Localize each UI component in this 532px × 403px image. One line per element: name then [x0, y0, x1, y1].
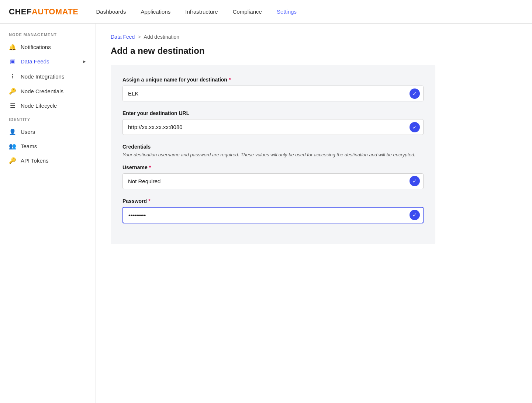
username-input[interactable]: [122, 173, 424, 189]
password-input[interactable]: [122, 207, 424, 223]
password-input-wrapper: ✓: [122, 207, 424, 223]
sidebar-item-node-integrations[interactable]: ⁝ Node Integrations: [0, 69, 96, 84]
username-required-star: *: [149, 164, 151, 170]
sidebar-item-data-feeds-label: Data Feeds: [21, 58, 49, 65]
name-check-badge: ✓: [410, 88, 420, 99]
url-field: Enter your destination URL ✓: [122, 110, 424, 135]
sidebar-item-data-feeds[interactable]: ▣ Data Feeds ►: [0, 54, 96, 69]
sidebar-item-node-credentials[interactable]: 🔑 Node Credentials: [0, 84, 96, 98]
nav-links: Dashboards Applications Infrastructure C…: [96, 8, 297, 15]
password-label: Password*: [122, 198, 424, 204]
logo-automate: AUTOMATE: [32, 7, 79, 17]
sidebar-item-notifications[interactable]: 🔔 Notifications: [0, 40, 96, 54]
username-label: Username*: [122, 164, 424, 170]
user-icon: 👤: [9, 128, 16, 135]
sidebar-item-node-credentials-label: Node Credentials: [21, 88, 63, 94]
name-required-star: *: [229, 77, 231, 83]
nav-settings[interactable]: Settings: [277, 8, 297, 15]
sidebar-section-identity: IDENTITY: [0, 117, 96, 125]
name-input[interactable]: [122, 86, 424, 101]
data-feeds-icon: ▣: [9, 58, 16, 65]
sidebar-item-api-tokens[interactable]: 🔑 API Tokens: [0, 153, 96, 168]
username-field: Username* ✓: [122, 164, 424, 189]
nav-applications[interactable]: Applications: [141, 8, 170, 15]
list-icon: ☰: [9, 102, 16, 109]
name-input-wrapper: ✓: [122, 86, 424, 101]
sidebar-item-notifications-label: Notifications: [21, 44, 51, 50]
sidebar-item-node-lifecycle[interactable]: ☰ Node Lifecycle: [0, 98, 96, 113]
password-required-star: *: [148, 198, 150, 204]
logo-chef: CHEF: [9, 7, 32, 17]
breadcrumb-parent[interactable]: Data Feed: [111, 34, 135, 40]
content-area: Data Feed > Add destination Add a new de…: [96, 24, 532, 403]
key-icon: 🔑: [9, 88, 16, 95]
credentials-title: Credentials: [122, 144, 424, 150]
name-label: Assign a unique name for your destinatio…: [122, 77, 424, 83]
username-check-badge: ✓: [410, 176, 420, 186]
top-nav: CHEFAUTOMATE Dashboards Applications Inf…: [0, 0, 532, 24]
credentials-desc: Your destination username and password a…: [122, 151, 424, 159]
breadcrumb-separator: >: [138, 34, 141, 40]
breadcrumb-current: Add destination: [144, 34, 180, 40]
main-layout: NODE MANAGEMENT 🔔 Notifications ▣ Data F…: [0, 24, 532, 403]
url-input[interactable]: [122, 119, 424, 135]
password-field: Password* ✓: [122, 198, 424, 223]
logo[interactable]: CHEFAUTOMATE: [9, 7, 79, 17]
nav-dashboards[interactable]: Dashboards: [96, 8, 126, 15]
page-title: Add a new destination: [111, 46, 517, 56]
form-container: Assign a unique name for your destinatio…: [111, 65, 435, 244]
sidebar-item-users[interactable]: 👤 Users: [0, 125, 96, 139]
password-check-badge: ✓: [410, 210, 420, 220]
url-label: Enter your destination URL: [122, 110, 424, 116]
sidebar-item-node-integrations-label: Node Integrations: [21, 73, 64, 80]
teams-icon: 👥: [9, 143, 16, 150]
username-input-wrapper: ✓: [122, 173, 424, 189]
nav-infrastructure[interactable]: Infrastructure: [185, 8, 218, 15]
nav-compliance[interactable]: Compliance: [233, 8, 262, 15]
name-field: Assign a unique name for your destinatio…: [122, 77, 424, 101]
api-tokens-icon: 🔑: [9, 157, 16, 164]
sidebar-item-api-tokens-label: API Tokens: [21, 157, 49, 164]
breadcrumb: Data Feed > Add destination: [111, 34, 517, 40]
url-check-badge: ✓: [410, 122, 420, 132]
sidebar-item-teams[interactable]: 👥 Teams: [0, 139, 96, 153]
sidebar-item-users-label: Users: [21, 129, 35, 135]
credentials-section: Credentials Your destination username an…: [122, 144, 424, 223]
bell-icon: 🔔: [9, 44, 16, 51]
node-integrations-icon: ⁝: [9, 72, 16, 80]
sidebar-item-teams-label: Teams: [21, 143, 37, 149]
sidebar-item-node-lifecycle-label: Node Lifecycle: [21, 103, 57, 109]
sidebar-section-node-management: NODE MANAGEMENT: [0, 32, 96, 40]
url-input-wrapper: ✓: [122, 119, 424, 135]
chevron-right-icon: ►: [82, 59, 87, 64]
sidebar: NODE MANAGEMENT 🔔 Notifications ▣ Data F…: [0, 24, 96, 403]
